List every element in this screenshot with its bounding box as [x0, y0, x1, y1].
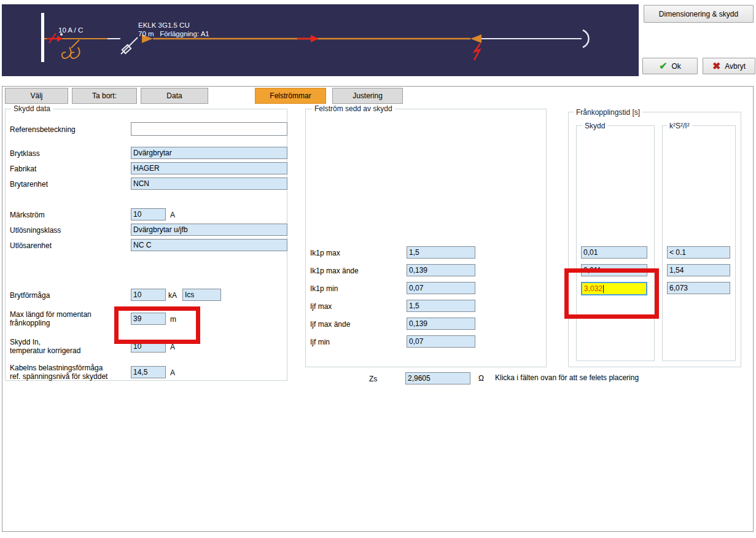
utlosningsklass-label: Utlösningsklass — [10, 226, 61, 235]
zs-unit: Ω — [478, 374, 484, 383]
fault-arrow-mid-icon — [297, 35, 319, 42]
avbryt-label: Avbryt — [725, 62, 746, 71]
dimensionering-skydd-window: 10 A / C EKLK 3G1.5 CU 70 m Förläggning:… — [0, 0, 756, 538]
tab-ta-bort[interactable]: Ta bort: — [72, 88, 137, 104]
ijf-max-ande-field[interactable]: 0,139 — [407, 318, 475, 330]
markstrom-field[interactable]: 10 — [131, 208, 166, 220]
skydd-time-3-field-active[interactable]: 3,032 — [581, 282, 647, 295]
tab-ta-bort-label: Ta bort: — [92, 92, 117, 100]
skydd-in-label-line2: temperatur korrigerad — [10, 346, 80, 355]
load-icon — [583, 30, 589, 47]
felstrom-title: Felström sedd av skydd — [312, 104, 395, 113]
avbryt-button[interactable]: ✖ Avbryt — [703, 58, 755, 74]
protection-rating-label: 10 A / C — [58, 26, 83, 34]
k2s2-column-groupbox — [662, 125, 736, 361]
switch-icon — [107, 37, 138, 54]
skydd-column-groupbox — [576, 125, 655, 361]
brytformaga-label: Brytförmåga — [10, 291, 50, 300]
brytarenhet-label: Brytarenhet — [10, 180, 48, 189]
kabelns-label-line1: Kabelns belastningsförmåga — [10, 364, 103, 372]
dimensionering-skydd-label: Dimensionering & skydd — [659, 10, 738, 18]
skydd-time-1-field[interactable]: 0,01 — [581, 246, 647, 259]
skydd-in-unit: A — [170, 343, 175, 351]
check-icon: ✔ — [659, 60, 667, 72]
tab-valj-label: Välj — [30, 92, 42, 100]
brytklass-label: Brytklass — [10, 149, 40, 158]
text-cursor — [603, 285, 604, 293]
ok-label: Ok — [672, 62, 681, 71]
utlosarenhet-label: Utlösarenhet — [10, 241, 52, 250]
tab-justering-label: Justering — [353, 92, 383, 100]
k2s2-column-title: k²S²/I² — [667, 122, 692, 130]
tab-data[interactable]: Data — [141, 88, 208, 104]
cross-icon: ✖ — [712, 60, 720, 72]
circuit-diagram-panel: 10 A / C EKLK 3G1.5 CU 70 m Förläggning:… — [2, 4, 639, 76]
k2s2-time-2-field[interactable]: 1,54 — [667, 264, 730, 276]
cable-type-label: EKLK 3G1.5 CU — [138, 21, 190, 29]
dimensionering-skydd-button[interactable]: Dimensionering & skydd — [644, 5, 754, 23]
ics-field[interactable]: Ics — [182, 289, 221, 301]
max-langd-field[interactable]: 39 — [131, 313, 166, 325]
ijf-min-label: Ijf min — [310, 338, 330, 346]
ik1p-max-ande-field[interactable]: 0,139 — [407, 264, 475, 276]
brytformaga-unit: kA — [168, 291, 177, 300]
circuit-breaker-icon — [62, 40, 80, 58]
skydd-data-title: Skydd data — [11, 104, 53, 113]
ik1p-min-field[interactable]: 0,07 — [407, 282, 475, 294]
kabelns-field[interactable]: 14,5 — [131, 366, 166, 378]
fabrikat-label: Fabrikat — [10, 165, 36, 173]
ijf-max-field[interactable]: 1,5 — [407, 300, 475, 312]
skydd-column-title: Skydd — [582, 122, 607, 130]
tab-data-label: Data — [166, 92, 182, 100]
kabelns-label-line2: ref. spänningsnivå för skyddet — [10, 372, 107, 381]
skydd-time-2-field[interactable]: 0,011 — [581, 264, 647, 276]
tab-justering[interactable]: Justering — [332, 88, 403, 104]
ijf-max-ande-label: Ijf max ände — [310, 320, 350, 329]
fault-lightning-icon — [474, 44, 480, 60]
frankopplingstid-title: Frånkopplingstid [s] — [574, 108, 642, 117]
skydd-time-3-value: 3,032 — [584, 284, 602, 293]
fault-arrow-start-icon — [47, 33, 63, 43]
max-langd-label-line1: Max längd för momentan — [10, 310, 92, 319]
tab-felstrommar-label: Felströmmar — [270, 92, 311, 100]
utlosarenhet-field[interactable]: NC C — [131, 239, 287, 251]
cable-info-label: 70 m Förläggning: A1 — [138, 30, 209, 37]
ik1p-max-ande-label: Ik1p max ände — [310, 267, 359, 275]
referensbeteckning-input[interactable] — [131, 122, 287, 136]
ik1p-min-label: Ik1p min — [310, 284, 338, 293]
ijf-min-field[interactable]: 0,07 — [407, 335, 475, 348]
ik1p-max-field[interactable]: 1,5 — [407, 246, 475, 259]
ijf-max-label: Ijf max — [310, 302, 332, 311]
k2s2-time-1-field[interactable]: < 0.1 — [667, 246, 730, 259]
brytformaga-field[interactable]: 10 — [131, 289, 166, 301]
tab-felstrommar[interactable]: Felströmmar — [255, 88, 326, 104]
zs-field[interactable]: 2,9605 — [405, 372, 470, 384]
busbar-icon — [41, 13, 44, 62]
brytklass-field[interactable]: Dvärgbrytar — [131, 147, 287, 159]
tab-valj[interactable]: Välj — [5, 88, 68, 104]
click-hint-text: Klicka i fälten ovan för att se felets p… — [495, 373, 639, 382]
max-langd-unit: m — [170, 315, 176, 324]
skydd-in-field[interactable]: 10 — [131, 340, 166, 353]
kabelns-unit: A — [170, 368, 175, 377]
utlosningsklass-field[interactable]: Dvärgbrytar u/jfb — [131, 224, 287, 236]
ik1p-max-label: Ik1p max — [310, 249, 340, 257]
skydd-in-label-line1: Skydd In, — [10, 338, 41, 346]
brytarenhet-field[interactable]: NCN — [131, 177, 287, 190]
markstrom-label: Märkström — [10, 211, 45, 219]
referensbeteckning-label: Referensbeteckning — [10, 125, 76, 134]
zs-label: Zs — [369, 375, 377, 383]
cable-end-arrow-icon — [470, 34, 481, 43]
fabrikat-field[interactable]: HAGER — [131, 162, 287, 174]
max-langd-label-line2: frånkoppling — [10, 319, 50, 327]
ok-button[interactable]: ✔ Ok — [642, 58, 698, 74]
k2s2-time-3-field[interactable]: 6,073 — [667, 282, 730, 294]
single-line-diagram: 10 A / C EKLK 3G1.5 CU 70 m Förläggning:… — [2, 4, 639, 76]
markstrom-unit: A — [170, 211, 175, 219]
